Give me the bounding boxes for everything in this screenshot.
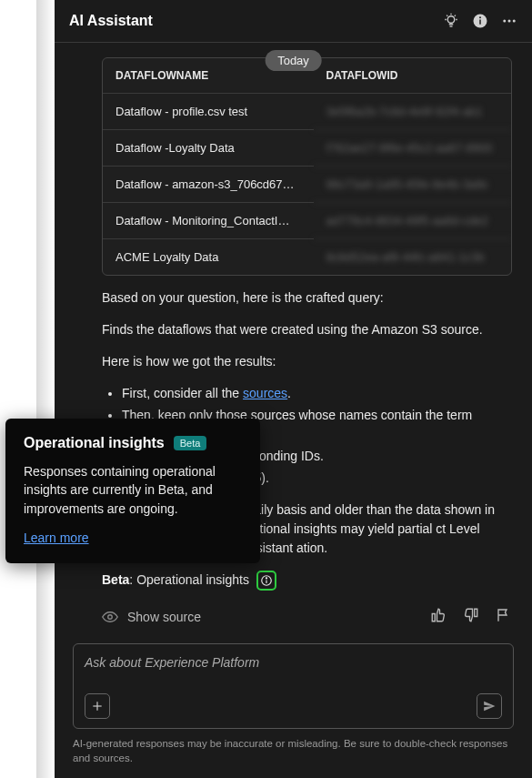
cell-name: Dataflow - Monitoring_ContactI… [103,203,314,239]
popover-body: Responses containing operational insight… [24,462,242,518]
svg-point-9 [503,20,506,23]
lightbulb-icon[interactable] [443,13,459,29]
list-item: First, consider all the sources. [122,384,512,403]
svg-point-14 [266,578,266,579]
feedback-icons [430,607,512,626]
eye-icon [102,609,118,625]
svg-point-15 [108,614,113,619]
sources-link[interactable]: sources [243,386,287,400]
info-icon[interactable] [472,13,488,29]
cell-id: 8c8d52ea-af8-44fc-a841-1c3b [314,239,511,275]
more-icon[interactable] [501,13,517,29]
response-intro: Based on your question, here is the craf… [102,288,512,308]
actions-row: Show source [102,607,512,626]
step-text: . [287,386,291,400]
left-shadow [36,0,55,778]
operational-insights-popover: Operational insights Beta Responses cont… [5,419,260,563]
table-row[interactable]: Dataflow - Monitoring_ContactI…ad778c4-8… [103,203,511,239]
beta-text: : Operational insights [129,572,249,587]
col-header-id[interactable]: DATAFLOWID [314,58,511,94]
input-placeholder: Ask about Experience Platform [85,655,502,670]
thumbs-down-icon[interactable] [463,607,479,626]
svg-point-10 [508,20,511,23]
panel-title: AI Assistant [69,13,153,29]
show-source-toggle[interactable]: Show source [102,609,201,625]
chat-input[interactable]: Ask about Experience Platform [73,643,514,729]
table-row[interactable]: ACME Loyalty Data8c8d52ea-af8-44fc-a841-… [103,239,511,275]
cell-name: Dataflow - amazon-s3_706cd67… [103,167,314,203]
input-controls [85,693,502,719]
table-row[interactable]: Dataflow - amazon-s3_706cd67…98c73a9-1a9… [103,167,511,203]
cell-name: Dataflow -Loyalty Data [103,130,314,167]
beta-line: Beta: Operational insights [102,571,512,591]
cell-id: 3e5f6a2b-7c8d-4e9f-92f4-ab1 [314,94,511,130]
svg-point-8 [479,16,481,18]
send-icon [483,700,496,712]
svg-line-4 [447,15,447,16]
dataflow-table: DATAFLOWNAME DATAFLOWID Dataflow - profi… [102,57,512,276]
beta-info-icon[interactable] [256,571,276,591]
cell-name: ACME Loyalty Data [103,239,314,275]
popover-header: Operational insights Beta [24,435,242,451]
cell-id: 98c73a9-1a95-45fe-8e4b-3a9c [314,167,511,203]
cell-id: f762ae27-9f6e-45c2-aa67-8900 [314,130,511,167]
table-row[interactable]: Dataflow - profile.csv test3e5f6a2b-7c8d… [103,94,511,130]
beta-badge: Beta [174,436,207,450]
response-summary: Finds the dataflows that were created us… [102,320,512,339]
cell-id: ad778c4-8834-49f5-aa8d-cde2 [314,203,511,239]
beta-label: Beta [102,572,129,587]
step-text: First, consider all the [122,386,243,400]
panel-header: AI Assistant [55,0,532,43]
table-row[interactable]: Dataflow -Loyalty Dataf762ae27-9f6e-45c2… [103,130,511,167]
cell-name: Dataflow - profile.csv test [103,94,314,130]
thumbs-up-icon[interactable] [430,607,447,626]
disclaimer-text: AI-generated responses may be inaccurate… [73,736,514,765]
svg-rect-7 [479,20,481,25]
left-strip [0,0,36,778]
assistant-panel: AI Assistant Today DATAFLOWNAME DATAFLOW… [55,0,532,778]
svg-point-0 [447,16,455,24]
svg-line-5 [455,15,456,16]
header-actions [443,13,517,29]
learn-more-link[interactable]: Learn more [24,530,89,545]
svg-point-11 [513,20,516,23]
popover-title: Operational insights [24,435,165,451]
plus-icon [91,700,104,712]
flag-icon[interactable] [496,607,512,626]
response-how-intro: Here is how we got the results: [102,352,512,371]
today-badge: Today [265,50,322,71]
input-area: Ask about Experience Platform AI-generat… [55,634,532,778]
show-source-label: Show source [127,610,201,624]
add-button[interactable] [85,693,110,719]
send-button[interactable] [477,693,502,719]
